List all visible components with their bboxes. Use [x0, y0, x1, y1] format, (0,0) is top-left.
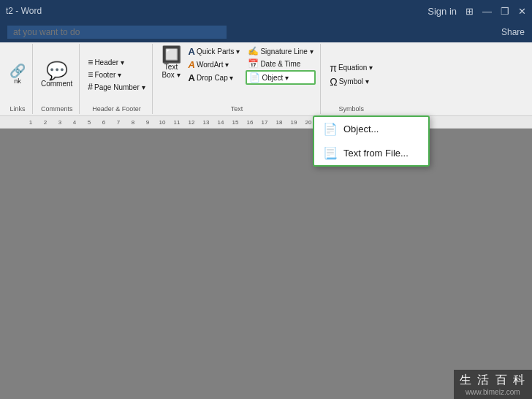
ruler-mark: 2: [38, 119, 53, 126]
hf-group-label: Header & Footer: [92, 104, 141, 113]
watermark: 生 活 百 科 www.bimeiz.com: [454, 370, 532, 399]
ruler-mark: 7: [111, 119, 126, 126]
object-menu-item-object[interactable]: 📄 Object...: [314, 117, 428, 141]
ruler-mark: 15: [228, 119, 243, 126]
ruler-mark: 18: [272, 119, 286, 126]
object-label: Object ▾: [262, 74, 289, 82]
comments-items: 💬 Comment: [39, 45, 75, 104]
signature-icon: ✍: [248, 46, 259, 56]
ruler-mark: 16: [243, 119, 257, 126]
header-button[interactable]: ≡ Header ▾: [86, 56, 147, 68]
text-group-label: Text: [231, 104, 243, 113]
date-time-button[interactable]: 📅 Date & Time: [246, 58, 315, 69]
text-col2: ✍ Signature Line ▾ 📅 Date & Time 📄 Objec…: [246, 45, 315, 85]
app-title: t2 - Word: [6, 6, 42, 16]
ribbon-group-text: 🔲 TextBox ▾ Α Quick Parts ▾ A WordArt ▾ …: [154, 44, 321, 114]
text-items: 🔲 TextBox ▾ Α Quick Parts ▾ A WordArt ▾ …: [159, 45, 316, 104]
quick-parts-label: Quick Parts ▾: [197, 48, 240, 56]
ruler-mark: 13: [199, 119, 213, 126]
signature-label: Signature Line ▾: [260, 48, 313, 56]
minimize-button[interactable]: —: [482, 6, 492, 17]
ruler: 1 2 3 4 5 6 7 8 9 10 11 12 13 14 15 16 1…: [0, 115, 532, 129]
window-icon: ⊞: [466, 6, 474, 17]
footer-button[interactable]: ≡ Footer ▾: [86, 69, 147, 80]
object-icon: 📄: [249, 72, 260, 83]
signature-line-button[interactable]: ✍ Signature Line ▾: [246, 45, 315, 57]
header-label: Header ▾: [94, 58, 124, 66]
wordart-label: WordArt ▾: [197, 61, 229, 69]
ruler-mark: 3: [53, 119, 67, 126]
watermark-url: www.bimeiz.com: [460, 388, 526, 396]
equation-button[interactable]: π Equation ▾: [327, 61, 375, 75]
date-time-label: Date & Time: [260, 60, 300, 68]
ribbon: 🔗 nk Links 💬 Comment Comments ≡: [0, 42, 532, 115]
hf-items: ≡ Header ▾ ≡ Footer ▾ # Page Number ▾: [86, 45, 147, 104]
quick-parts-button[interactable]: Α Quick Parts ▾: [186, 45, 243, 58]
document-area: 生 活 百 科 www.bimeiz.com: [0, 129, 532, 399]
object-menu-object-label: Object...: [343, 123, 379, 134]
ruler-mark: 19: [286, 119, 301, 126]
ribbon-group-links: 🔗 nk Links: [3, 44, 33, 114]
object-menu-object-icon: 📄: [323, 122, 338, 136]
ruler-mark: 9: [140, 119, 155, 126]
footer-label: Footer ▾: [94, 71, 121, 79]
object-dropdown-menu: 📄 Object... 📃 Text from File...: [313, 115, 430, 167]
ruler-mark: 6: [96, 119, 111, 126]
page-number-button[interactable]: # Page Number ▾: [86, 81, 147, 93]
date-time-icon: 📅: [248, 58, 259, 69]
equation-label: Equation ▾: [338, 64, 373, 72]
symbol-button[interactable]: Ω Symbol ▾: [327, 75, 375, 88]
ruler-mark: 12: [184, 119, 199, 126]
equation-icon: π: [330, 62, 337, 74]
ruler-marks: 1 2 3 4 5 6 7 8 9 10 11 12 13 14 15 16 1…: [23, 119, 316, 126]
ruler-mark: 1: [23, 119, 38, 126]
restore-button[interactable]: ❐: [501, 6, 509, 17]
title-bar-left: t2 - Word: [6, 6, 42, 16]
header-icon: ≡: [88, 57, 93, 67]
footer-icon: ≡: [88, 69, 93, 80]
drop-cap-icon: A: [189, 72, 195, 83]
text-box-icon: 🔲: [162, 47, 181, 63]
quick-parts-icon: Α: [189, 46, 195, 57]
drop-cap-label: Drop Cap ▾: [197, 74, 234, 82]
comment-icon: 💬: [46, 62, 68, 80]
links-group-label: Links: [10, 104, 25, 113]
wordart-button[interactable]: A WordArt ▾: [186, 58, 243, 71]
hf-col: ≡ Header ▾ ≡ Footer ▾ # Page Number ▾: [86, 56, 147, 93]
share-button[interactable]: Share: [501, 27, 525, 37]
ruler-mark: 10: [155, 119, 170, 126]
comment-button[interactable]: 💬 Comment: [39, 61, 75, 89]
object-menu-text-from-file-icon: 📃: [323, 146, 338, 160]
symbol-label: Symbol ▾: [339, 77, 369, 86]
object-menu-item-text-from-file[interactable]: 📃 Text from File...: [314, 141, 428, 165]
tell-me-input[interactable]: [7, 26, 227, 39]
symbols-items: π Equation ▾ Ω Symbol ▾: [327, 45, 375, 104]
object-button[interactable]: 📄 Object ▾: [246, 70, 315, 85]
drop-cap-button[interactable]: A Drop Cap ▾: [186, 72, 243, 84]
object-menu-text-from-file-label: Text from File...: [343, 148, 408, 159]
links-icon: 🔗: [10, 64, 26, 77]
title-bar-controls: Sign in ⊞ — ❐ ✕: [428, 6, 526, 17]
ribbon-group-header-footer: ≡ Header ▾ ≡ Footer ▾ # Page Number ▾ He…: [81, 44, 152, 114]
text-box-button[interactable]: 🔲 TextBox ▾: [159, 45, 184, 80]
ribbon-group-comments: 💬 Comment Comments: [34, 44, 80, 114]
command-bar: Share: [0, 22, 532, 42]
ruler-mark: 8: [126, 119, 140, 126]
page-number-label: Page Number ▾: [94, 83, 145, 91]
comment-label: Comment: [41, 80, 72, 88]
links-label: nk: [14, 77, 21, 85]
links-btn[interactable]: 🔗 nk: [7, 63, 28, 86]
text-box-label: TextBox ▾: [162, 63, 180, 79]
text-col1: Α Quick Parts ▾ A WordArt ▾ A Drop Cap ▾: [186, 45, 243, 84]
comments-group-label: Comments: [41, 104, 73, 113]
links-items: 🔗 nk: [7, 45, 28, 104]
close-button[interactable]: ✕: [518, 6, 526, 17]
sign-in-link[interactable]: Sign in: [428, 6, 457, 17]
symbols-col: π Equation ▾ Ω Symbol ▾: [327, 61, 375, 88]
title-bar: t2 - Word Sign in ⊞ — ❐ ✕: [0, 0, 532, 22]
ruler-mark: 5: [82, 119, 96, 126]
ruler-mark: 11: [170, 119, 184, 126]
ribbon-content: 🔗 nk Links 💬 Comment Comments ≡: [0, 42, 532, 115]
symbols-group-label: Symbols: [338, 104, 364, 113]
ruler-mark: 17: [257, 119, 272, 126]
